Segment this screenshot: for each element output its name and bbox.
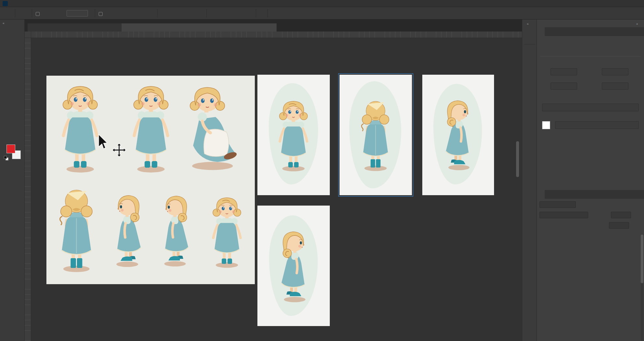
ruler-origin-corner[interactable] (25, 32, 31, 38)
document-tabstrip (25, 19, 522, 32)
character-pose-front-2 (123, 81, 179, 178)
pointer-cursor (98, 134, 109, 150)
tab-consistent-character-design[interactable] (121, 23, 277, 32)
collapse-toolbar-icon[interactable]: « (3, 21, 5, 25)
auto-select-target-dropdown[interactable] (67, 10, 88, 17)
x-field[interactable] (551, 82, 577, 90)
collapse-panels-icon[interactable]: » (636, 22, 638, 26)
bg-color-dropdown[interactable] (555, 121, 639, 129)
artboard-1[interactable] (257, 75, 330, 195)
move-cursor-icon (112, 143, 127, 158)
character-pose-back (50, 182, 103, 280)
opacity-dropdown[interactable] (611, 212, 631, 218)
properties-body (537, 36, 644, 190)
artboard-1-copy-5[interactable] (257, 206, 330, 326)
tab-paths[interactable] (583, 190, 591, 199)
character-pose-front-1 (52, 81, 108, 178)
layers-tabbar (537, 190, 644, 199)
artboard-1-copy[interactable] (340, 75, 412, 195)
foreground-color-swatch[interactable] (6, 145, 15, 153)
layers-scrollbar[interactable] (641, 234, 643, 341)
right-panel: » (537, 19, 644, 341)
layer-filter-dropdown[interactable] (539, 201, 576, 208)
tab-layers[interactable] (537, 190, 545, 199)
photoshop-window: « (0, 0, 644, 341)
vertical-ruler[interactable] (25, 38, 31, 341)
auto-select-checkbox[interactable] (36, 12, 40, 16)
horizontal-ruler[interactable] (31, 32, 522, 38)
width-field[interactable] (551, 68, 577, 75)
tab-channels[interactable] (557, 190, 565, 199)
tab-adjustments[interactable] (567, 27, 575, 36)
tools-panel: « (0, 19, 25, 341)
character-pose-side-1 (105, 183, 152, 280)
bg-color-swatch[interactable] (542, 121, 550, 129)
character-pose-side-2 (154, 183, 199, 280)
brushes-panel-icon[interactable] (525, 32, 535, 42)
character-pose-front-3 (204, 185, 250, 280)
artboard-1-copy-2[interactable] (422, 75, 494, 195)
canvas-vertical-scrollbar[interactable] (516, 141, 519, 177)
canvas-area[interactable] (31, 38, 522, 341)
fill-dropdown[interactable] (609, 222, 629, 229)
tab-untitled-1[interactable] (28, 23, 121, 32)
menu-bar (0, 0, 644, 7)
properties-tabbar (537, 27, 644, 36)
show-transform-checkbox[interactable] (99, 12, 103, 16)
y-field[interactable] (602, 82, 628, 90)
blend-mode-dropdown[interactable] (539, 212, 588, 218)
tab-properties[interactable] (537, 27, 545, 36)
height-field[interactable] (602, 68, 628, 75)
paragraph-panel-icon[interactable] (525, 71, 535, 81)
reference-image[interactable] (46, 76, 255, 284)
options-bar (0, 7, 644, 19)
character-pose-kneeling (179, 83, 245, 176)
layers-body (537, 199, 644, 341)
preset-dropdown[interactable] (542, 104, 639, 111)
character-panel-icon[interactable] (525, 55, 535, 64)
default-colors-icon[interactable] (4, 156, 7, 159)
photoshop-logo-icon[interactable] (3, 1, 8, 6)
expand-panels-icon[interactable]: « (527, 22, 529, 26)
collapsed-panels-strip: « (522, 19, 537, 341)
